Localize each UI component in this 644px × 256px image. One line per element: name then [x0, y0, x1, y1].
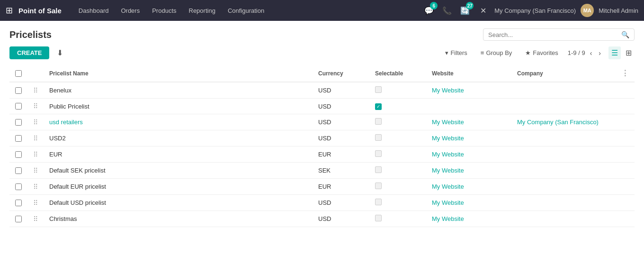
- row-checkbox[interactable]: [15, 183, 22, 190]
- selectable-cell: ✓: [369, 99, 426, 114]
- currency-value: USD: [318, 103, 331, 110]
- row-checkbox[interactable]: [15, 103, 22, 110]
- header-select-all[interactable]: [9, 65, 27, 82]
- pricelist-name-cell: usd retailers: [44, 114, 313, 130]
- close-icon-btn[interactable]: ✕: [476, 4, 490, 17]
- drag-handle-icon[interactable]: ⠿: [33, 183, 38, 191]
- selectable-checkbox[interactable]: [375, 183, 382, 189]
- website-cell: [426, 99, 511, 114]
- search-icon[interactable]: 🔍: [621, 31, 629, 38]
- next-page-button[interactable]: ›: [597, 48, 603, 58]
- drag-handle-icon[interactable]: ⠿: [33, 87, 38, 94]
- prev-page-button[interactable]: ‹: [588, 48, 594, 58]
- column-options-icon[interactable]: ⋮: [621, 69, 629, 77]
- website-link[interactable]: My Website: [432, 183, 464, 190]
- row-more-cell: [616, 179, 635, 195]
- user-avatar[interactable]: MA: [581, 4, 594, 17]
- groupby-button[interactable]: ≡ Group By: [477, 47, 516, 58]
- currency-cell: EUR: [313, 146, 369, 163]
- website-cell: My Website: [426, 146, 511, 163]
- filters-label: Filters: [450, 49, 467, 56]
- nav-configuration[interactable]: Configuration: [222, 4, 270, 17]
- drag-handle-cell: ⠿: [27, 163, 44, 179]
- drag-handle-icon[interactable]: ⠿: [33, 102, 38, 110]
- activity-icon-btn[interactable]: 🔄 27: [458, 4, 472, 17]
- drag-handle-cell: ⠿: [27, 195, 44, 211]
- drag-handle-icon[interactable]: ⠿: [33, 119, 38, 126]
- nav-orders[interactable]: Orders: [115, 4, 145, 17]
- company-link[interactable]: My Company (San Francisco): [517, 119, 599, 126]
- selectable-checkbox[interactable]: [375, 166, 382, 173]
- table-row: ⠿usd retailersUSDMy WebsiteMy Company (S…: [9, 114, 635, 130]
- chat-icon-btn[interactable]: 💬 6: [422, 4, 436, 17]
- company-name: My Company (San Francisco): [494, 7, 576, 14]
- currency-value: USD: [318, 135, 331, 142]
- company-cell: [511, 195, 616, 211]
- chat-badge: 6: [430, 2, 438, 9]
- grid-menu-icon[interactable]: ⊞: [6, 5, 13, 16]
- row-checkbox-cell: [9, 211, 27, 227]
- nav-dashboard[interactable]: Dashboard: [73, 4, 115, 17]
- header-selectable[interactable]: Selectable: [369, 65, 426, 82]
- drag-handle-icon[interactable]: ⠿: [33, 215, 38, 223]
- create-button[interactable]: CREATE: [9, 46, 49, 59]
- nav-reporting[interactable]: Reporting: [183, 4, 221, 17]
- row-more-cell: [616, 146, 635, 163]
- pricelist-name-link[interactable]: usd retailers: [49, 119, 83, 126]
- header-website[interactable]: Website: [426, 65, 511, 82]
- currency-value: SEK: [318, 167, 331, 174]
- selectable-checkbox[interactable]: [375, 134, 382, 141]
- currency-value: USD: [318, 87, 331, 94]
- page-header: Pricelists 🔍: [9, 28, 635, 41]
- row-checkbox[interactable]: [15, 135, 22, 142]
- row-checkbox[interactable]: [15, 216, 22, 222]
- pricelist-name-cell: Benelux: [44, 82, 313, 99]
- table-row: ⠿BeneluxUSDMy Website: [9, 82, 635, 99]
- pagination: 1-9 / 9 ‹ ›: [568, 48, 603, 58]
- header-more[interactable]: ⋮: [616, 65, 635, 82]
- header-company[interactable]: Company: [511, 65, 616, 82]
- selectable-cell: [369, 146, 426, 163]
- website-link[interactable]: My Website: [432, 135, 464, 142]
- select-all-checkbox[interactable]: [15, 70, 22, 77]
- selectable-checkbox[interactable]: [375, 150, 382, 157]
- list-view-button[interactable]: ☰: [608, 46, 621, 59]
- row-checkbox[interactable]: [15, 200, 22, 206]
- favorites-button[interactable]: ★ Favorites: [521, 47, 562, 58]
- drag-handle-icon[interactable]: ⠿: [33, 151, 38, 158]
- drag-handle-icon[interactable]: ⠿: [33, 167, 38, 174]
- row-checkbox[interactable]: [15, 151, 22, 158]
- row-checkbox[interactable]: [15, 87, 22, 94]
- kanban-view-button[interactable]: ⊞: [623, 46, 635, 59]
- header-currency[interactable]: Currency: [313, 65, 369, 82]
- website-link[interactable]: My Website: [432, 119, 464, 126]
- drag-handle-icon[interactable]: ⠿: [33, 135, 38, 142]
- header-pricelist-name[interactable]: Pricelist Name: [44, 65, 313, 82]
- main-content: Pricelists 🔍 CREATE ⬇ ▾ Filters ≡ Group …: [0, 21, 644, 235]
- activity-badge: 27: [466, 2, 474, 9]
- selectable-checkbox[interactable]: ✓: [375, 103, 382, 110]
- phone-icon-btn[interactable]: 📞: [440, 4, 454, 17]
- selectable-checkbox[interactable]: [375, 199, 382, 205]
- website-link[interactable]: My Website: [432, 167, 464, 174]
- filters-button[interactable]: ▾ Filters: [441, 47, 471, 58]
- nav-products[interactable]: Products: [146, 4, 182, 17]
- row-checkbox[interactable]: [15, 119, 22, 126]
- row-checkbox[interactable]: [15, 167, 22, 174]
- website-link[interactable]: My Website: [432, 199, 464, 206]
- website-link[interactable]: My Website: [432, 87, 464, 94]
- drag-handle-icon[interactable]: ⠿: [33, 199, 38, 207]
- selectable-checkbox[interactable]: [375, 215, 382, 221]
- website-link[interactable]: My Website: [432, 151, 464, 158]
- selectable-checkbox[interactable]: [375, 118, 382, 125]
- selectable-checkbox[interactable]: [375, 86, 382, 93]
- nav-menu: Dashboard Orders Products Reporting Conf…: [73, 4, 420, 17]
- groupby-label: Group By: [486, 49, 512, 56]
- website-cell: My Website: [426, 211, 511, 227]
- website-cell: My Website: [426, 179, 511, 195]
- groupby-icon: ≡: [481, 49, 484, 56]
- website-link[interactable]: My Website: [432, 215, 464, 222]
- search-input[interactable]: [488, 31, 621, 38]
- export-button[interactable]: ⬇: [53, 46, 67, 59]
- row-more-cell: [616, 130, 635, 146]
